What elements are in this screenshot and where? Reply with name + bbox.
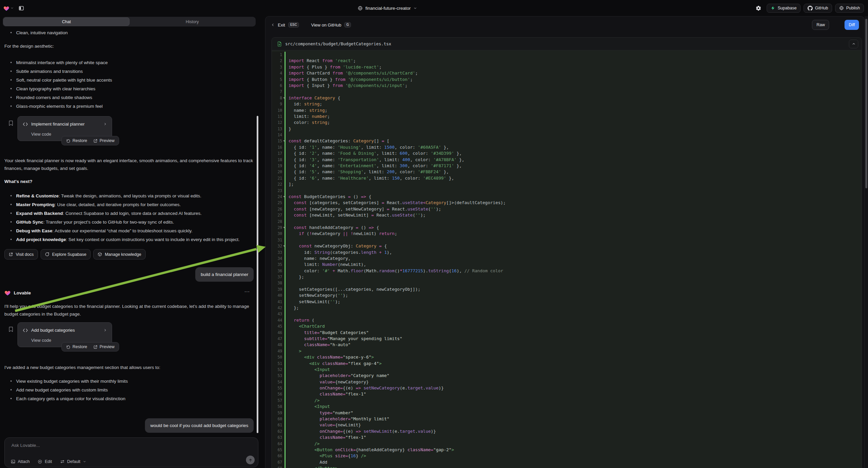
list-item: Rounded corners and subtle shadows <box>4 94 254 103</box>
diff-toggle-button[interactable]: Diff <box>844 20 859 30</box>
code-line: 57 /> <box>272 398 862 404</box>
raw-toggle-button[interactable]: Raw <box>812 20 829 30</box>
code-line: 6import { Input } from '@/components/ui/… <box>272 83 862 89</box>
code-line: 55 onChange={(e) => setNewCategory(e.tar… <box>272 385 862 391</box>
target-icon <box>38 459 42 464</box>
manage-knowledge-button[interactable]: Manage knowledge <box>93 249 145 260</box>
list-item: Subtle animations and transitions <box>4 67 254 76</box>
chat-message-list: Clean, intuitive navigation For the desi… <box>0 28 262 468</box>
file-path: src/components/budget/BudgetCategories.t… <box>285 41 845 46</box>
list-item: Refine & Customize: Tweak the design, an… <box>4 192 254 201</box>
github-icon <box>808 6 813 11</box>
chevron-right-icon <box>103 122 107 126</box>
code-line: 5import { Button } from '@/components/ui… <box>272 77 862 83</box>
code-line: 37 }; <box>272 274 862 280</box>
list-item: Each category gets a unique color for vi… <box>4 395 254 404</box>
version-card-title: Implement financial planner <box>31 120 100 128</box>
code-line: 23 <box>272 188 862 194</box>
publish-button[interactable]: Publish <box>835 4 864 13</box>
code-line: 31 <box>272 237 862 243</box>
tab-history[interactable]: History <box>129 18 255 26</box>
code-line: 28 <box>272 218 862 225</box>
code-line: 59 type="number" <box>272 410 862 416</box>
list-item: Soft, neutral color palette with light b… <box>4 76 254 85</box>
globe-icon <box>358 6 363 11</box>
code-line: 18 { id: '3', name: 'Transportation', li… <box>272 157 862 163</box>
restore-button[interactable]: Restore <box>63 343 90 351</box>
file-header[interactable]: src/components/budget/BudgetCategories.t… <box>272 38 862 50</box>
code-line: 1 <box>272 52 862 58</box>
package-icon <box>98 252 102 257</box>
explore-supabase-button[interactable]: Explore Supabase <box>40 249 91 260</box>
code-line: 66 <Plus size={16} /> <box>272 453 862 459</box>
lovable-logo-menu[interactable] <box>3 5 14 11</box>
sidebar-toggle-button[interactable] <box>17 3 26 13</box>
list-item: View existing budget categories with the… <box>4 377 254 386</box>
chat-input[interactable] <box>5 438 258 448</box>
project-selector[interactable]: financial-future-creator <box>358 0 417 16</box>
edit-mode-button[interactable]: Edit <box>38 459 52 464</box>
mode-selector[interactable]: Default <box>60 459 86 464</box>
code-line: 39 setCategories([...categories, newCate… <box>272 286 862 292</box>
preview-button[interactable]: Preview <box>90 136 118 145</box>
collapse-file-button[interactable] <box>849 39 858 48</box>
github-button[interactable]: GitHub <box>804 4 832 13</box>
fold-chevron-icon[interactable] <box>283 245 285 247</box>
exit-button[interactable]: Exit ESC <box>271 22 299 28</box>
code-line: 40 setNewCategory(''); <box>272 292 862 298</box>
supabase-icon <box>771 6 775 10</box>
tab-chat[interactable]: Chat <box>3 18 129 26</box>
code-line: 27 const [newLimit, setNewLimit] = React… <box>272 212 862 218</box>
chevron-up-icon <box>852 42 856 46</box>
code-line: 4import ChartCard from '@/components/ui/… <box>272 70 862 76</box>
chat-scrollbar[interactable] <box>257 116 258 433</box>
lovable-heart-icon <box>3 5 9 11</box>
code-line: 34 name: newCategory, <box>272 256 862 262</box>
publish-globe-icon <box>839 6 844 10</box>
code-line: 32 const newCategoryObj: Category = { <box>272 243 862 249</box>
window-scrollbar-thumb[interactable] <box>865 19 867 188</box>
assistant-paragraph: Your sleek financial planner is now read… <box>4 157 254 172</box>
code-line: 11 limit: number; <box>272 114 862 119</box>
message-menu-button[interactable]: ⋯ <box>244 288 250 295</box>
fold-chevron-icon[interactable] <box>283 196 285 197</box>
list-item: Add project knowledge: Set key context o… <box>4 236 254 244</box>
user-message: build a financial planner <box>195 267 254 282</box>
suggestion-actions: Visit docs Explore Supabase Manage knowl… <box>4 249 254 260</box>
code-line: 3import { Plus } from 'lucide-react'; <box>272 64 862 70</box>
code-line: 46 title="Budget Categories" <box>272 330 862 336</box>
version-card-wrap: Implement financial planner View code Re… <box>4 116 254 145</box>
code-line: 19 { id: '4', name: 'Entertainment', lim… <box>272 163 862 169</box>
supabase-button[interactable]: Supabase <box>767 4 801 13</box>
list-item: Add new budget categories with custom li… <box>4 386 254 395</box>
code-line: 63 className="flex-1" <box>272 434 862 440</box>
added-feature-bullets: View existing budget categories with the… <box>4 377 254 404</box>
code-view-panel: Exit ESC View on GitHub G Raw Diff src/c… <box>265 16 865 468</box>
code-line: 43 <box>272 311 862 317</box>
send-button[interactable] <box>246 456 255 464</box>
restore-icon <box>66 139 70 143</box>
fold-chevron-icon[interactable] <box>283 227 285 228</box>
code-line: 52 <Input <box>272 367 862 373</box>
attach-button[interactable]: Attach <box>11 459 30 464</box>
code-line: 8interface Category { <box>272 95 862 101</box>
code-line: 17 { id: '2', name: 'Food & Dining', lim… <box>272 150 862 156</box>
list-item: Expand with Backend: Connect Supabase to… <box>4 209 254 218</box>
window-scrollbar-track <box>865 16 868 468</box>
view-on-github-button[interactable]: View on GitHub G <box>311 22 351 28</box>
version-card-add-budget-categories[interactable]: Add budget categories View code Restore <box>18 322 112 347</box>
whats-next-heading: What's next? <box>4 178 254 185</box>
topbar: financial-future-creator Supabase <box>0 0 868 16</box>
version-card-implement-financial-planner[interactable]: Implement financial planner View code Re… <box>18 116 112 141</box>
file-added-icon <box>277 41 282 47</box>
settings-button[interactable] <box>753 3 764 13</box>
restore-button[interactable]: Restore <box>63 136 90 145</box>
fold-chevron-icon[interactable] <box>283 140 285 142</box>
visit-docs-button[interactable]: Visit docs <box>4 249 38 260</box>
fold-chevron-icon[interactable] <box>283 97 285 99</box>
assistant-header: Lovable ⋯ <box>4 289 254 296</box>
version-card-wrap: Add budget categories View code Restore <box>4 322 254 351</box>
design-intro-bullets: Clean, intuitive navigation <box>4 29 254 38</box>
code-line: 13} <box>272 126 862 132</box>
preview-button[interactable]: Preview <box>90 343 118 351</box>
